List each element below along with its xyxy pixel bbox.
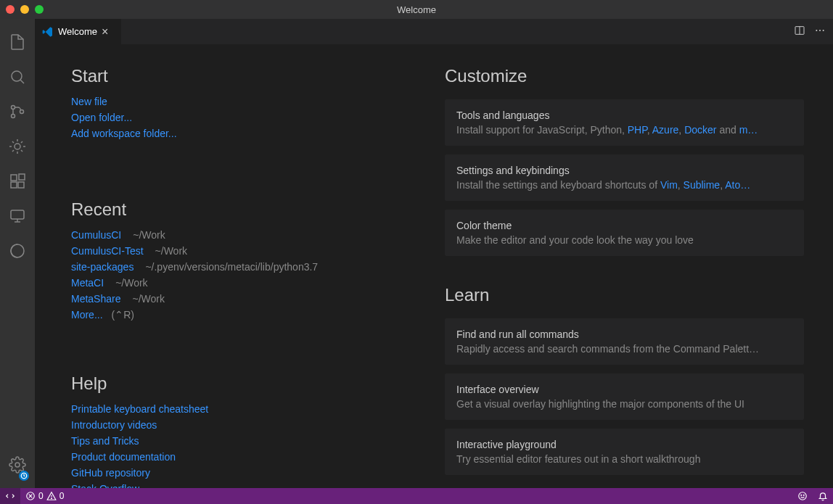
open-folder-link[interactable]: Open folder... (71, 110, 430, 125)
svg-rect-8 (18, 182, 24, 188)
help-tips-link[interactable]: Tips and Tricks (71, 433, 430, 449)
recent-item-path: ~/Work (115, 275, 147, 291)
recent-item-link[interactable]: CumulusCI-Test (71, 243, 144, 259)
php-link[interactable]: PHP (628, 124, 647, 136)
svg-rect-7 (11, 182, 17, 188)
svg-point-20 (823, 30, 824, 31)
recent-item-link[interactable]: MetaCI (71, 275, 104, 291)
recent-item-link[interactable]: CumulusCI (71, 227, 121, 243)
clock-badge-icon (19, 471, 29, 481)
recent-shortcut: (⌃R) (112, 307, 134, 323)
more-link[interactable]: m… (739, 124, 758, 136)
close-window-button[interactable] (6, 5, 15, 14)
card-desc: Try essential editor features out in a s… (456, 453, 792, 465)
svg-rect-10 (11, 210, 24, 219)
card-desc: Install support for JavaScript, Python, … (456, 124, 792, 136)
svg-point-5 (15, 144, 20, 149)
start-section: Start New file Open folder... Add worksp… (71, 66, 430, 141)
split-editor-icon[interactable] (794, 25, 805, 39)
vim-link[interactable]: Vim (660, 179, 678, 191)
add-workspace-folder-link[interactable]: Add workspace folder... (71, 125, 430, 141)
svg-line-1 (20, 80, 24, 83)
help-section: Help Printable keyboard cheatsheet Intro… (71, 373, 430, 488)
tab-label: Welcome (58, 26, 97, 37)
tab-welcome[interactable]: Welcome × (35, 19, 122, 44)
activity-bar (0, 19, 35, 488)
card-title: Find and run all commands (456, 329, 792, 340)
card-interactive-playground[interactable]: Interactive playground Try essential edi… (445, 429, 804, 475)
svg-point-28 (803, 495, 804, 495)
recent-item-link[interactable]: site-packages (71, 259, 134, 275)
help-cheatsheet-link[interactable]: Printable keyboard cheatsheet (71, 401, 430, 417)
help-title: Help (71, 373, 430, 394)
remote-explorer-icon[interactable] (0, 199, 35, 234)
card-color-theme[interactable]: Color theme Make the editor and your cod… (445, 210, 804, 256)
recent-section: Recent CumulusCI~/Work CumulusCI-Test~/W… (71, 199, 430, 323)
vscode-icon (42, 26, 54, 38)
help-videos-link[interactable]: Introductory videos (71, 417, 430, 433)
remote-indicator[interactable] (0, 488, 20, 504)
svg-point-18 (816, 30, 817, 31)
atom-link[interactable]: Ato… (725, 179, 750, 191)
card-interface-overview[interactable]: Interface overview Get a visual overlay … (445, 373, 804, 420)
sublime-link[interactable]: Sublime (684, 179, 721, 191)
svg-point-3 (12, 115, 15, 118)
recent-item-path: ~/Work (155, 243, 187, 259)
card-settings-keybindings[interactable]: Settings and keybindings Install the set… (445, 154, 804, 201)
recent-item-path: ~/Work (133, 227, 165, 243)
svg-point-27 (801, 495, 802, 495)
start-title: Start (71, 66, 430, 86)
docker-link[interactable]: Docker (684, 124, 716, 136)
tab-bar: Welcome × (35, 19, 833, 44)
notifications-icon[interactable] (813, 491, 833, 501)
tab-close-icon[interactable]: × (102, 26, 108, 38)
feedback-icon[interactable] (792, 491, 813, 501)
more-actions-icon[interactable] (814, 25, 826, 39)
window-title: Welcome (0, 4, 833, 15)
warning-count: 0 (60, 491, 65, 501)
azure-link[interactable]: Azure (652, 124, 679, 136)
search-icon[interactable] (0, 59, 35, 94)
help-github-link[interactable]: GitHub repository (71, 465, 430, 481)
svg-point-4 (20, 110, 24, 114)
explorer-icon[interactable] (0, 25, 35, 59)
card-title: Tools and languages (456, 110, 792, 121)
card-desc: Install the settings and keyboard shortc… (456, 179, 792, 191)
card-title: Interactive playground (456, 439, 792, 450)
card-desc: Get a visual overlay highlighting the ma… (456, 398, 792, 410)
debug-icon[interactable] (0, 129, 35, 164)
help-stackoverflow-link[interactable]: Stack Overflow (71, 481, 430, 488)
error-count: 0 (38, 491, 44, 501)
source-control-icon[interactable] (0, 94, 35, 129)
svg-point-0 (12, 71, 22, 81)
customize-title: Customize (445, 66, 804, 86)
help-docs-link[interactable]: Product documentation (71, 449, 430, 465)
card-desc: Rapidly access and search commands from … (456, 343, 792, 355)
card-title: Settings and keybindings (456, 165, 792, 176)
settings-gear-icon[interactable] (0, 447, 35, 482)
svg-point-2 (12, 106, 15, 110)
recent-item-link[interactable]: MetaShare (71, 291, 120, 307)
problems-indicator[interactable]: 0 0 (20, 488, 69, 504)
recent-title: Recent (71, 199, 430, 220)
titlebar: Welcome (0, 0, 833, 19)
svg-rect-9 (19, 174, 25, 180)
card-desc: Make the editor and your code look the w… (456, 234, 792, 246)
minimize-window-button[interactable] (20, 5, 29, 14)
card-title: Color theme (456, 220, 792, 231)
recent-more-link[interactable]: More... (71, 307, 103, 323)
card-find-commands[interactable]: Find and run all commands Rapidly access… (445, 318, 804, 365)
new-file-link[interactable]: New file (71, 94, 430, 110)
extensions-icon[interactable] (0, 164, 35, 199)
svg-point-19 (819, 30, 821, 31)
svg-rect-6 (11, 175, 17, 181)
svg-point-25 (51, 498, 52, 499)
svg-point-14 (15, 463, 20, 467)
status-bar: 0 0 (0, 488, 833, 504)
recent-item-path: ~/Work (132, 291, 164, 307)
card-title: Interface overview (456, 384, 792, 395)
card-tools-languages[interactable]: Tools and languages Install support for … (445, 99, 804, 146)
docker-icon[interactable] (0, 234, 35, 268)
learn-title: Learn (445, 285, 804, 305)
maximize-window-button[interactable] (35, 5, 44, 14)
